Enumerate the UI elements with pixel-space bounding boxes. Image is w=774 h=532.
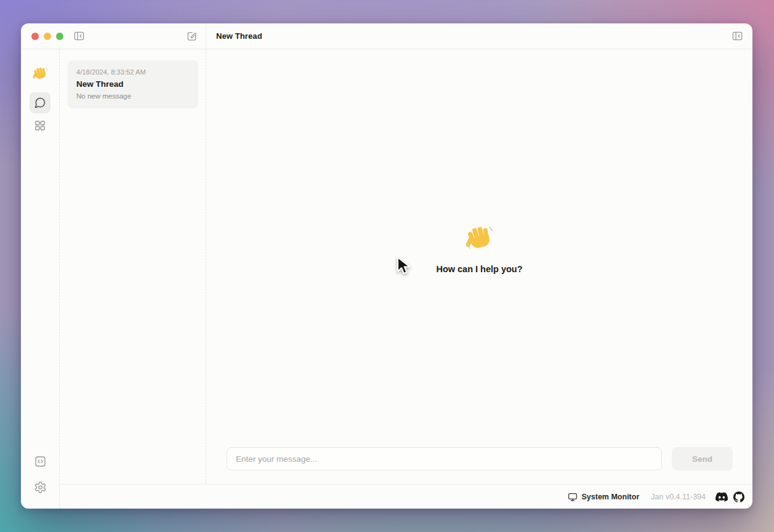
wave-hand-icon bbox=[464, 223, 495, 254]
title-bar: New Thread bbox=[21, 23, 752, 49]
chat-main: How can I help you? Send bbox=[206, 49, 752, 484]
collapse-right-panel-icon[interactable] bbox=[732, 30, 743, 42]
send-button[interactable]: Send bbox=[672, 447, 733, 470]
greeting-text: How can I help you? bbox=[436, 264, 522, 274]
title-bar-left bbox=[21, 23, 206, 49]
thread-list: 4/18/2024, 8:33:52 AM New Thread No new … bbox=[60, 49, 206, 484]
empty-state: How can I help you? bbox=[206, 49, 752, 447]
window-body: 4/18/2024, 8:33:52 AM New Thread No new … bbox=[21, 49, 752, 509]
thread-timestamp: 4/18/2024, 8:33:52 AM bbox=[76, 68, 190, 76]
app-window: New Thread bbox=[21, 23, 752, 509]
grid-icon bbox=[34, 119, 46, 132]
thread-title: New Thread bbox=[76, 79, 190, 89]
close-window-button[interactable] bbox=[31, 33, 39, 40]
system-monitor-label: System Monitor bbox=[582, 493, 640, 501]
monitor-icon bbox=[568, 492, 578, 502]
traffic-lights bbox=[31, 33, 63, 40]
left-rail bbox=[21, 49, 60, 509]
minimize-window-button[interactable] bbox=[44, 33, 51, 40]
collapse-left-panel-icon[interactable] bbox=[73, 30, 85, 42]
github-icon[interactable] bbox=[733, 491, 744, 502]
title-bar-main: New Thread bbox=[206, 23, 752, 49]
thread-preview: No new message bbox=[76, 92, 190, 100]
zoom-window-button[interactable] bbox=[56, 33, 63, 40]
app-version: Jan v0.4.11-394 bbox=[651, 493, 706, 501]
sidebar-item-hub[interactable] bbox=[30, 115, 50, 136]
code-square-icon bbox=[34, 455, 47, 468]
composer: Send bbox=[206, 447, 752, 484]
new-thread-compose-icon[interactable] bbox=[186, 30, 198, 42]
wave-hand-logo-icon bbox=[32, 65, 49, 82]
message-input[interactable] bbox=[227, 447, 662, 470]
page-title: New Thread bbox=[216, 31, 262, 41]
local-api-server-button[interactable] bbox=[30, 453, 50, 470]
gear-icon bbox=[34, 481, 47, 494]
thread-list-item[interactable]: 4/18/2024, 8:33:52 AM New Thread No new … bbox=[68, 60, 198, 108]
right-region: 4/18/2024, 8:33:52 AM New Thread No new … bbox=[60, 49, 752, 509]
settings-button[interactable] bbox=[30, 478, 50, 496]
chat-bubble-icon bbox=[34, 97, 46, 109]
status-bar: System Monitor Jan v0.4.11-394 bbox=[60, 484, 752, 509]
sidebar-item-threads[interactable] bbox=[30, 92, 50, 113]
rail-bottom-group bbox=[30, 453, 50, 496]
discord-icon[interactable] bbox=[716, 491, 728, 503]
content-row: 4/18/2024, 8:33:52 AM New Thread No new … bbox=[60, 49, 752, 484]
system-monitor-button[interactable]: System Monitor bbox=[568, 492, 640, 502]
